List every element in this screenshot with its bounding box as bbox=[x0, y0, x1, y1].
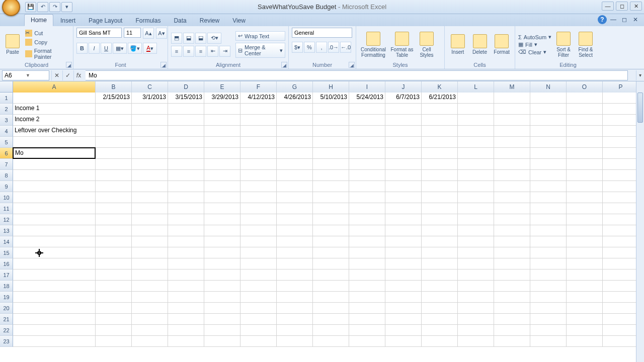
cell-D15[interactable] bbox=[168, 247, 204, 258]
cell-C22[interactable] bbox=[132, 325, 168, 336]
cell-A13[interactable] bbox=[13, 225, 96, 236]
cell-G14[interactable] bbox=[277, 236, 313, 247]
cell-G12[interactable] bbox=[277, 214, 313, 225]
cell-D12[interactable] bbox=[168, 214, 204, 225]
cell-H18[interactable] bbox=[313, 281, 349, 292]
cell-C18[interactable] bbox=[132, 281, 168, 292]
row-header-12[interactable]: 12 bbox=[0, 214, 13, 225]
cell-M14[interactable] bbox=[494, 236, 530, 247]
cell-H14[interactable] bbox=[313, 236, 349, 247]
cell-L23[interactable] bbox=[458, 336, 494, 347]
cell-L5[interactable] bbox=[458, 137, 494, 148]
cell-J13[interactable] bbox=[385, 225, 422, 236]
merge-center-button[interactable]: ⊟Merge & Center ▾ bbox=[235, 43, 285, 58]
cell-A8[interactable] bbox=[13, 170, 96, 181]
cell-N22[interactable] bbox=[530, 325, 567, 336]
cell-B4[interactable] bbox=[96, 126, 132, 137]
cell-D22[interactable] bbox=[168, 325, 204, 336]
cell-E13[interactable] bbox=[204, 225, 240, 236]
align-bottom-button[interactable]: ⬓ bbox=[195, 33, 206, 44]
cell-B8[interactable] bbox=[96, 170, 132, 181]
cell-G10[interactable] bbox=[277, 192, 313, 203]
grow-font-button[interactable]: A▴ bbox=[143, 28, 154, 39]
cell-N21[interactable] bbox=[530, 314, 567, 325]
cell-G9[interactable] bbox=[277, 181, 313, 192]
cell-H22[interactable] bbox=[313, 325, 349, 336]
cell-M23[interactable] bbox=[494, 336, 530, 347]
cell-N9[interactable] bbox=[530, 181, 567, 192]
cell-K1[interactable]: 6/21/2013 bbox=[422, 93, 458, 104]
cell-L1[interactable] bbox=[458, 93, 494, 104]
cell-H21[interactable] bbox=[313, 314, 349, 325]
cell-O23[interactable] bbox=[567, 336, 603, 347]
row-header-13[interactable]: 13 bbox=[0, 225, 13, 236]
cell-C3[interactable] bbox=[132, 115, 168, 126]
worksheet-grid[interactable]: ABCDEFGHIJKLMNOP123456789101112131415161… bbox=[0, 81, 644, 362]
cell-A3[interactable]: Income 2 bbox=[13, 115, 96, 126]
cell-O5[interactable] bbox=[567, 137, 603, 148]
cell-F16[interactable] bbox=[240, 258, 277, 269]
cell-A15[interactable] bbox=[13, 247, 96, 258]
cell-C10[interactable] bbox=[132, 192, 168, 203]
cell-F3[interactable] bbox=[240, 115, 277, 126]
cell-M20[interactable] bbox=[494, 303, 530, 314]
cell-N3[interactable] bbox=[530, 115, 567, 126]
row-header-23[interactable]: 23 bbox=[0, 336, 13, 347]
row-header-18[interactable]: 18 bbox=[0, 281, 13, 292]
cell-P1[interactable] bbox=[603, 93, 639, 104]
copy-button[interactable]: Copy bbox=[24, 38, 70, 46]
tab-insert[interactable]: Insert bbox=[54, 15, 82, 26]
cell-F5[interactable] bbox=[240, 137, 277, 148]
cell-P5[interactable] bbox=[603, 137, 639, 148]
col-header-C[interactable]: C bbox=[132, 81, 168, 93]
cell-B9[interactable] bbox=[96, 181, 132, 192]
cell-D7[interactable] bbox=[168, 159, 204, 170]
col-header-D[interactable]: D bbox=[168, 81, 204, 93]
row-header-11[interactable]: 11 bbox=[0, 203, 13, 214]
cell-A20[interactable] bbox=[13, 303, 96, 314]
comma-button[interactable]: , bbox=[316, 42, 327, 53]
cell-C4[interactable] bbox=[132, 126, 168, 137]
cell-H2[interactable] bbox=[313, 104, 349, 115]
cell-J4[interactable] bbox=[385, 126, 422, 137]
cell-P16[interactable] bbox=[603, 258, 639, 269]
cell-N20[interactable] bbox=[530, 303, 567, 314]
cell-J18[interactable] bbox=[385, 281, 422, 292]
col-header-A[interactable]: A bbox=[13, 81, 96, 93]
cell-F4[interactable] bbox=[240, 126, 277, 137]
cell-O3[interactable] bbox=[567, 115, 603, 126]
cell-I22[interactable] bbox=[349, 325, 385, 336]
cell-D6[interactable] bbox=[168, 148, 204, 159]
cell-D10[interactable] bbox=[168, 192, 204, 203]
enter-edit-button[interactable]: ✓ bbox=[62, 70, 72, 80]
cell-G22[interactable] bbox=[277, 325, 313, 336]
cell-G4[interactable] bbox=[277, 126, 313, 137]
cell-K20[interactable] bbox=[422, 303, 458, 314]
cell-I14[interactable] bbox=[349, 236, 385, 247]
cell-B12[interactable] bbox=[96, 214, 132, 225]
font-size-input[interactable] bbox=[124, 28, 141, 38]
cell-G7[interactable] bbox=[277, 159, 313, 170]
cell-H12[interactable] bbox=[313, 214, 349, 225]
cell-O15[interactable] bbox=[567, 247, 603, 258]
cell-B6[interactable] bbox=[96, 148, 132, 159]
cell-A17[interactable] bbox=[13, 269, 96, 281]
cell-O2[interactable] bbox=[567, 104, 603, 115]
cell-N11[interactable] bbox=[530, 203, 567, 214]
cell-O11[interactable] bbox=[567, 203, 603, 214]
cell-K9[interactable] bbox=[422, 181, 458, 192]
decrease-decimal-button[interactable]: ←.0 bbox=[340, 42, 351, 53]
cell-styles-button[interactable]: Cell Styles bbox=[417, 29, 437, 60]
vertical-scrollbar[interactable] bbox=[636, 81, 644, 362]
cell-G11[interactable] bbox=[277, 203, 313, 214]
cell-O1[interactable] bbox=[567, 93, 603, 104]
cell-C13[interactable] bbox=[132, 225, 168, 236]
cell-E9[interactable] bbox=[204, 181, 240, 192]
help-icon[interactable]: ? bbox=[598, 15, 607, 24]
cell-E23[interactable] bbox=[204, 336, 240, 347]
cell-B13[interactable] bbox=[96, 225, 132, 236]
align-right-button[interactable]: ≡ bbox=[195, 46, 206, 57]
cell-L12[interactable] bbox=[458, 214, 494, 225]
tab-view[interactable]: View bbox=[226, 15, 252, 26]
cell-D5[interactable] bbox=[168, 137, 204, 148]
